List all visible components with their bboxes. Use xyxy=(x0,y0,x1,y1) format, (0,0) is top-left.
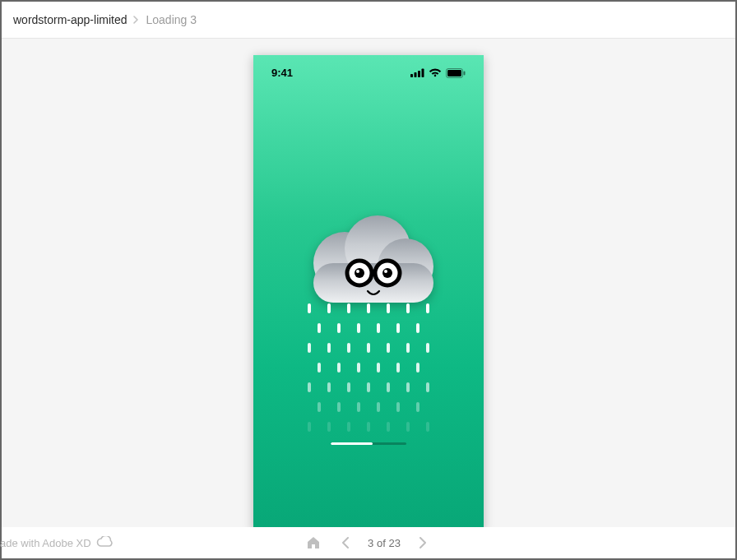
svg-rect-3 xyxy=(422,69,424,78)
battery-icon xyxy=(446,68,466,78)
next-button[interactable] xyxy=(415,535,432,551)
svg-point-17 xyxy=(384,270,387,273)
svg-rect-5 xyxy=(447,70,461,76)
status-icons xyxy=(410,68,466,78)
status-time: 9:41 xyxy=(271,67,293,79)
loading-progress-fill xyxy=(331,442,373,445)
chevron-right-icon xyxy=(133,14,139,26)
watermark-text: ade with Adobe XD xyxy=(0,537,91,549)
rain-drops xyxy=(308,303,429,432)
artboard-phone: 9:41 xyxy=(253,55,484,527)
cellular-icon xyxy=(410,68,424,77)
canvas[interactable]: 9:41 xyxy=(2,39,735,527)
creative-cloud-icon xyxy=(96,536,113,550)
breadcrumb-project[interactable]: wordstorm-app-limited xyxy=(13,13,127,26)
home-button[interactable] xyxy=(305,535,322,551)
svg-rect-0 xyxy=(410,74,413,77)
app-frame: wordstorm-app-limited Loading 3 9:41 xyxy=(0,0,737,560)
svg-rect-2 xyxy=(418,71,420,77)
svg-point-14 xyxy=(355,268,364,278)
breadcrumb: wordstorm-app-limited Loading 3 xyxy=(2,2,735,39)
svg-rect-1 xyxy=(415,72,417,77)
loading-progress xyxy=(331,442,406,445)
page-indicator: 3 of 23 xyxy=(368,537,401,549)
phone-statusbar: 9:41 xyxy=(253,67,484,79)
svg-rect-6 xyxy=(464,71,466,75)
svg-point-15 xyxy=(382,268,392,278)
svg-point-16 xyxy=(356,270,359,273)
cloud-mascot xyxy=(297,215,440,308)
prev-button[interactable] xyxy=(336,535,353,551)
made-with-xd-watermark: ade with Adobe XD xyxy=(0,536,113,550)
bottom-toolbar: ade with Adobe XD 3 of 23 xyxy=(2,527,735,558)
svg-rect-10 xyxy=(313,263,433,303)
svg-rect-13 xyxy=(370,271,377,275)
breadcrumb-artboard: Loading 3 xyxy=(146,13,197,26)
wifi-icon xyxy=(429,68,442,77)
